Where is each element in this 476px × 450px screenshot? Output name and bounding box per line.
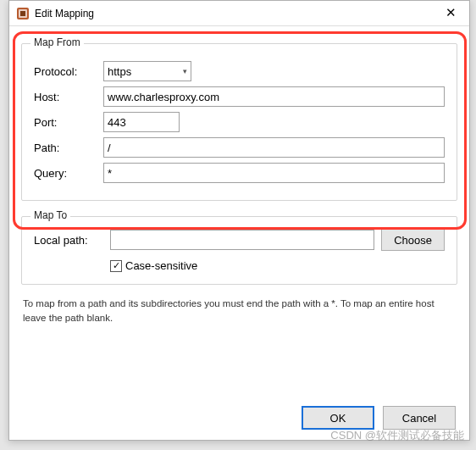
hint-text: To map from a path and its subdirectorie… [23,297,456,326]
case-sensitive-checkbox[interactable]: ✓ [110,260,122,272]
localpath-input[interactable] [110,230,374,250]
cancel-button[interactable]: Cancel [383,406,456,430]
content-area: Map From Protocol: https ▾ Host: Port: P… [9,26,469,343]
map-to-legend: Map To [30,209,70,221]
host-input[interactable] [103,86,445,107]
map-from-legend: Map From [30,36,84,48]
close-button[interactable]: ✕ [432,1,469,26]
query-label: Query: [34,167,103,180]
ok-button[interactable]: OK [302,406,374,430]
path-label: Path: [34,142,103,154]
port-label: Port: [34,116,103,129]
check-icon: ✓ [113,260,120,271]
titlebar: Edit Mapping ✕ [9,1,469,26]
path-input[interactable] [103,137,445,158]
case-sensitive-label: Case-sensitive [125,259,197,272]
query-input[interactable] [103,163,445,183]
protocol-label: Protocol: [34,65,103,78]
chevron-down-icon: ▾ [183,67,187,75]
svg-rect-2 [20,11,25,16]
localpath-label: Local path: [34,234,103,247]
app-icon [16,7,30,20]
dialog-buttons: OK Cancel [302,406,456,430]
map-to-group: Map To Local path: Choose ✓ Case-sensiti… [21,216,457,285]
protocol-select[interactable]: https ▾ [103,61,191,81]
dialog-window: Edit Mapping ✕ Map From Protocol: https … [8,0,470,441]
window-title: Edit Mapping [35,8,432,19]
map-from-group: Map From Protocol: https ▾ Host: Port: P… [21,43,457,201]
port-input[interactable] [103,112,180,132]
choose-button[interactable]: Choose [381,229,445,251]
host-label: Host: [34,91,103,103]
protocol-value: https [108,65,131,78]
